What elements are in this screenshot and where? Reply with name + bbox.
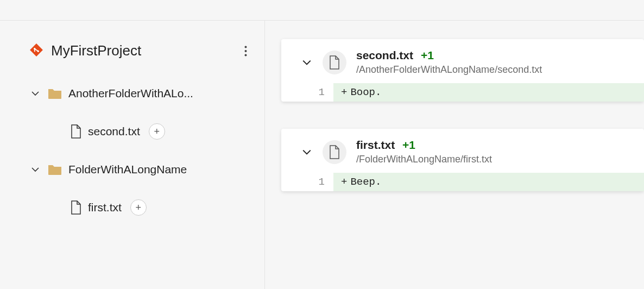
diff-code: +Beep. — [333, 173, 644, 191]
diff-text: Beep. — [350, 176, 381, 188]
chevron-down-icon[interactable] — [29, 164, 41, 175]
folder-row[interactable]: FolderWithALongName — [29, 157, 254, 182]
diff-line-added: 1 +Boop. — [281, 83, 644, 102]
diff-text: Boop. — [350, 86, 381, 98]
diff-card: first.txt +1 /FolderWithALongName/first.… — [281, 129, 644, 191]
file-label: second.txt — [88, 125, 140, 138]
file-icon — [323, 51, 346, 74]
diff-header: first.txt +1 /FolderWithALongName/first.… — [281, 129, 644, 173]
diff-filename: first.txt — [356, 139, 395, 151]
folder-label: FolderWithALongName — [68, 163, 187, 176]
project-header: MyFirstProject — [29, 42, 254, 59]
diff-delta-badge: +1 — [421, 49, 434, 61]
svg-point-4 — [244, 54, 247, 56]
file-row[interactable]: first.txt + — [29, 195, 254, 220]
diff-filepath: /FolderWithALongName/first.txt — [356, 154, 492, 165]
line-number: 1 — [281, 176, 333, 188]
file-label: first.txt — [88, 201, 122, 214]
folder-icon — [48, 164, 62, 175]
folder-label: AnotherFolderWithALo... — [68, 87, 193, 100]
diff-panel: second.txt +1 /AnotherFolderWithALongNam… — [265, 21, 644, 289]
diff-line-added: 1 +Beep. — [281, 173, 644, 191]
file-tree: AnotherFolderWithALo... second.txt + Fol… — [29, 81, 254, 220]
toolbar-placeholder — [0, 0, 644, 21]
project-title: MyFirstProject — [51, 42, 230, 59]
chevron-down-icon[interactable] — [301, 56, 313, 68]
diff-prefix: + — [341, 86, 347, 98]
svg-point-3 — [244, 50, 247, 52]
diff-header: second.txt +1 /AnotherFolderWithALongNam… — [281, 39, 644, 83]
diff-prefix: + — [341, 176, 347, 188]
diff-filename: second.txt — [356, 49, 413, 61]
line-number: 1 — [281, 86, 333, 98]
chevron-down-icon[interactable] — [29, 87, 41, 99]
diff-filepath: /AnotherFolderWithALongName/second.txt — [356, 64, 542, 76]
diff-delta-badge: +1 — [402, 139, 415, 151]
chevron-down-icon[interactable] — [301, 146, 313, 158]
more-vertical-icon — [244, 46, 247, 56]
file-icon — [71, 200, 81, 215]
git-diamond-icon — [29, 43, 43, 59]
file-tree-sidebar: MyFirstProject AnotherFolderWithALo... — [0, 21, 265, 289]
folder-row[interactable]: AnotherFolderWithALo... — [29, 81, 254, 106]
diff-filename-row: first.txt +1 — [356, 139, 492, 152]
diff-code: +Boop. — [333, 83, 644, 102]
add-button[interactable]: + — [130, 199, 147, 216]
file-row[interactable]: second.txt + — [29, 119, 254, 144]
file-icon — [71, 124, 81, 139]
folder-icon — [48, 87, 62, 99]
more-options-button[interactable] — [237, 43, 254, 59]
file-icon — [323, 140, 346, 164]
add-button[interactable]: + — [149, 123, 165, 140]
diff-card: second.txt +1 /AnotherFolderWithALongNam… — [281, 39, 644, 102]
svg-point-2 — [244, 46, 247, 48]
diff-filename-row: second.txt +1 — [356, 49, 542, 62]
